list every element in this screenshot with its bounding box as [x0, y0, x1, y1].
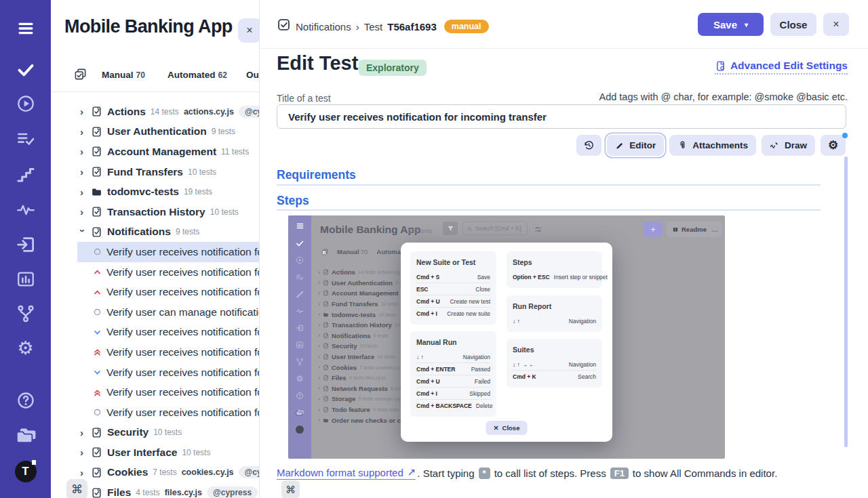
breadcrumb-test-id: T56af1693 [387, 21, 437, 33]
mini-add-button: + [644, 222, 663, 237]
advanced-edit-settings-link[interactable]: Advanced Edit Settings [715, 60, 848, 75]
bar-chart-icon[interactable] [16, 270, 35, 289]
breadcrumb: Notifications › Test T56af1693 manual [296, 20, 489, 33]
app-sidebar: ⚙ T [0, 0, 51, 498]
chevron-down-icon: › [77, 229, 89, 235]
breadcrumb-test-label: Test [364, 21, 383, 33]
sign-in-icon[interactable] [16, 234, 36, 255]
activity-icon[interactable] [16, 200, 35, 219]
chevron-right-icon: › [80, 206, 86, 217]
history-icon [583, 140, 595, 151]
test-case-row[interactable]: Verify user receives notification fo [77, 402, 259, 423]
tags-hint: Add tags with @ char, for example: @smok… [599, 91, 848, 102]
check-icon[interactable] [16, 60, 35, 79]
project-title: Mobile Banking App [64, 16, 233, 37]
suites-tree: › Actions 14 tests actions.cy.js @cypres… [51, 102, 259, 498]
close-icon: ✕ [494, 424, 499, 432]
close-button[interactable]: Close [770, 13, 816, 36]
tree-suite-account-management[interactable]: › Account Management 11 tests [51, 142, 259, 162]
caret-down-icon[interactable]: ▾ [745, 21, 748, 28]
tag-badge: @cypress [239, 466, 259, 478]
close-icon: × [833, 18, 839, 30]
breadcrumb-separator: › [356, 21, 359, 33]
tree-suite-notifications[interactable]: › Notifications 9 tests [51, 222, 259, 243]
tree-suite-user-interface[interactable]: › User Interface 10 tests [51, 442, 259, 463]
status-open-icon [93, 408, 102, 417]
test-case-row[interactable]: Verify user receives notification fo [77, 382, 259, 402]
test-type-badge: Exploratory [359, 60, 427, 76]
tag-badge: @cypress [239, 106, 259, 118]
shortcut-group: Run Report ↓ ↑Navigation [507, 295, 602, 332]
panel-close-button[interactable]: × [238, 18, 260, 43]
test-case-row[interactable]: Verify user receives notification fo [77, 362, 259, 383]
test-case-row[interactable]: Verify user receives notification fo [77, 262, 259, 283]
editor-settings-button[interactable]: ⚙ [821, 135, 846, 156]
requirements-section-heading[interactable]: Requirements [277, 168, 356, 182]
breadcrumb-suite[interactable]: Notifications [296, 21, 351, 33]
folders-icon[interactable] [16, 426, 36, 446]
tree-suite-fund-transfers[interactable]: › Fund Transfers 10 tests [51, 162, 259, 182]
gear-icon[interactable]: ⚙ [17, 339, 33, 358]
draw-tab-button[interactable]: Draw [762, 135, 815, 156]
chevron-right-icon: › [80, 186, 86, 198]
status-open-icon [93, 308, 102, 316]
play-circle-icon[interactable] [16, 94, 35, 113]
test-case-row[interactable]: Verify user receives notification fo [77, 242, 259, 262]
divider [277, 209, 821, 211]
tab-automated[interactable]: Automated62 [167, 70, 227, 80]
cmd-key-hint: ⌘ [66, 479, 87, 498]
test-case-row[interactable]: Verify user can manage notificatio [77, 302, 259, 323]
priority-high-icon [93, 268, 102, 276]
tab-manual[interactable]: Manual70 [102, 70, 145, 80]
test-title-input[interactable] [277, 104, 846, 129]
editor-tab-button[interactable]: Editor [607, 135, 664, 156]
attachments-tab-button[interactable]: Attachments [669, 135, 756, 156]
embedded-screenshot[interactable]: ⚙ Mobile Banking App 132 tests Search [C… [288, 215, 725, 459]
steps-icon[interactable] [16, 165, 35, 184]
gear-icon: ⚙ [828, 140, 838, 151]
test-case-row[interactable]: Verify user receives notification fo [77, 342, 259, 362]
test-file-icon [91, 206, 102, 217]
markdown-supported-link[interactable]: Markdown format supported ↗ [277, 466, 416, 480]
divider [51, 91, 259, 92]
shortcuts-modal: New Suite or Test Cmd + SSave ESCClose C… [401, 243, 612, 442]
pen-icon [770, 140, 780, 150]
external-link-icon: ↗ [408, 466, 416, 478]
tree-suite-transaction-history[interactable]: › Transaction History 10 tests [51, 202, 259, 222]
steps-section-heading[interactable]: Steps [277, 194, 309, 208]
tree-suite-todomvc-tests[interactable]: › todomvc-tests 19 tests [51, 182, 259, 202]
notification-dot [842, 133, 848, 138]
tree-suite-actions[interactable]: › Actions 14 tests actions.cy.js @cypres… [51, 102, 259, 122]
test-case-row[interactable]: Verify user receives notification fo [77, 323, 259, 343]
priority-critical-icon [93, 388, 102, 397]
mini-sliders-icon [534, 224, 542, 236]
save-button[interactable]: Save ▾ [698, 13, 764, 36]
status-open-icon [93, 247, 102, 256]
checklist-icon [74, 68, 87, 83]
tree-suite-security[interactable]: › Security 10 tests [51, 423, 259, 443]
vertical-scrollbar[interactable] [844, 157, 848, 447]
help-icon[interactable] [16, 391, 35, 410]
test-file-icon [91, 106, 102, 117]
x-button[interactable]: × [823, 13, 849, 36]
test-case-row[interactable]: Verify user receives notification fo [77, 282, 259, 302]
mini-tests-count: 132 tests [408, 228, 433, 234]
mini-sidebar: ⚙ [288, 215, 311, 459]
list-check-icon[interactable] [16, 129, 35, 148]
shortcut-group: New Suite or Test Cmd + SSave ESCClose C… [410, 251, 496, 325]
mini-close-button: ✕ Close [486, 421, 528, 435]
history-button[interactable] [576, 135, 601, 156]
doc-settings-icon [715, 60, 726, 72]
tag-badge: @cypress [207, 486, 258, 498]
priority-low-icon [93, 328, 102, 337]
tree-suite-user-authentication[interactable]: › User Authentication 9 tests [51, 122, 259, 142]
folder-icon [91, 186, 102, 198]
paperclip-icon [677, 140, 688, 150]
branch-icon[interactable] [16, 304, 35, 323]
menu-icon[interactable] [15, 19, 37, 38]
mini-search-box: Search [Cmd + K] [462, 222, 528, 235]
edit-test-panel: Notifications › Test T56af1693 manual Sa… [260, 0, 868, 498]
shortcut-group: Steps Option + ESCInsert step or snippet [507, 251, 602, 288]
tab-outdated[interactable]: Outdated [246, 70, 260, 80]
app-logo[interactable]: T [15, 461, 37, 482]
